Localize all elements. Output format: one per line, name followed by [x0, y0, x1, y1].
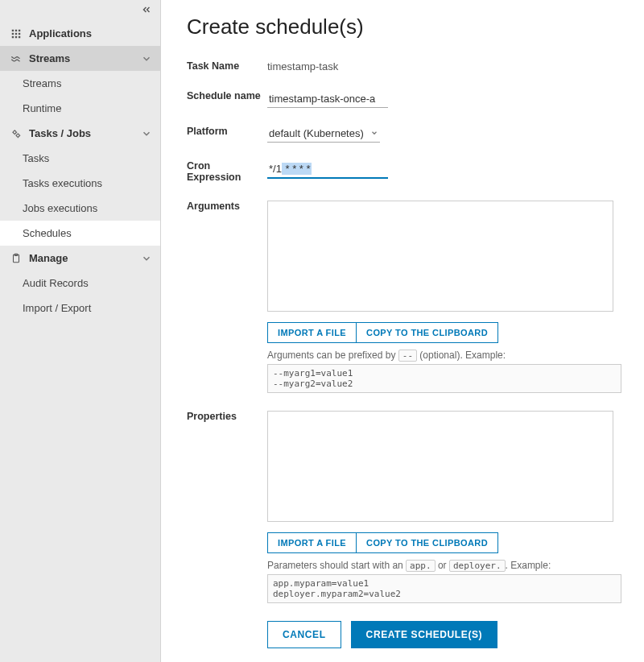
chevron-down-icon: [141, 128, 152, 139]
schedule-name-label: Schedule name: [187, 87, 267, 101]
waves-icon: [10, 53, 23, 64]
properties-help-code2: deployer.: [449, 560, 506, 572]
properties-help-pre: Parameters should start with an: [267, 560, 406, 571]
cron-text-selected: * * * *: [282, 163, 312, 175]
svg-rect-7: [15, 35, 17, 37]
properties-example: app.myparam=value1 deployer.myparam2=val…: [267, 574, 621, 603]
sidebar-sub-audit-records[interactable]: Audit Records: [0, 271, 160, 296]
properties-label: Properties: [187, 408, 267, 422]
svg-rect-8: [19, 35, 20, 37]
sidebar-item-manage[interactable]: Manage: [0, 246, 160, 271]
svg-rect-3: [12, 32, 14, 34]
arguments-textarea[interactable]: [267, 201, 613, 312]
svg-rect-5: [19, 32, 20, 34]
sidebar-sub-schedules[interactable]: Schedules: [0, 221, 160, 246]
arguments-helper: Arguments can be prefixed by -- (optiona…: [267, 350, 621, 393]
sidebar-sub-tasks-executions[interactable]: Tasks executions: [0, 171, 160, 196]
svg-point-9: [14, 130, 17, 134]
svg-rect-2: [19, 29, 20, 31]
sidebar-item-applications[interactable]: Applications: [0, 21, 160, 46]
svg-rect-0: [12, 29, 14, 31]
task-name-value: timestamp-task: [267, 57, 621, 72]
sidebar: Applications Streams Streams Runtime Tas…: [0, 0, 161, 662]
chevron-down-icon: [370, 127, 378, 139]
sidebar-item-label: Applications: [29, 27, 92, 39]
properties-helper: Parameters should start with an app. or …: [267, 560, 621, 603]
arguments-help-post: (optional). Example:: [417, 350, 506, 361]
sidebar-item-streams[interactable]: Streams: [0, 46, 160, 71]
arguments-import-button[interactable]: IMPORT A FILE: [267, 322, 357, 343]
main-content: Create schedule(s) Task Name timestamp-t…: [161, 0, 644, 662]
sidebar-sub-import-export[interactable]: Import / Export: [0, 296, 160, 321]
sidebar-sub-streams[interactable]: Streams: [0, 71, 160, 96]
chevron-down-icon: [141, 53, 152, 64]
platform-label: Platform: [187, 122, 267, 137]
sidebar-collapse-button[interactable]: [0, 0, 160, 21]
platform-select-value: default (Kubernetes): [269, 127, 364, 139]
properties-help-mid: or: [436, 560, 449, 571]
cron-expression-input[interactable]: */1 * * * *: [267, 160, 388, 179]
properties-help-code1: app.: [406, 560, 436, 572]
arguments-copy-button[interactable]: COPY TO THE CLIPBOARD: [357, 322, 498, 343]
arguments-label: Arguments: [187, 197, 267, 212]
clipboard-icon: [10, 253, 23, 264]
grid-icon: [10, 28, 23, 39]
sidebar-sub-tasks[interactable]: Tasks: [0, 146, 160, 171]
svg-rect-1: [15, 29, 17, 31]
svg-rect-6: [12, 35, 14, 37]
properties-help-post: . Example:: [506, 560, 551, 571]
cron-label: Cron Expression: [187, 157, 267, 183]
arguments-help-pre: Arguments can be prefixed by: [267, 350, 398, 361]
sidebar-sub-runtime[interactable]: Runtime: [0, 96, 160, 121]
arguments-example: --myarg1=value1 --myarg2=value2: [267, 364, 621, 393]
double-chevron-left-icon: [141, 4, 152, 18]
properties-textarea[interactable]: [267, 411, 613, 522]
sidebar-item-label: Streams: [29, 52, 70, 64]
task-name-label: Task Name: [187, 57, 267, 72]
cron-text-prefix: */1: [269, 163, 282, 175]
svg-rect-4: [15, 32, 17, 34]
properties-import-button[interactable]: IMPORT A FILE: [267, 532, 357, 553]
page-title: Create schedule(s): [187, 14, 621, 39]
properties-copy-button[interactable]: COPY TO THE CLIPBOARD: [357, 532, 498, 553]
sidebar-item-tasks-jobs[interactable]: Tasks / Jobs: [0, 121, 160, 146]
arguments-help-code: --: [398, 350, 417, 362]
svg-point-10: [17, 134, 19, 137]
schedule-name-input[interactable]: [267, 90, 388, 108]
sidebar-item-label: Tasks / Jobs: [29, 127, 91, 139]
sidebar-sub-jobs-executions[interactable]: Jobs executions: [0, 196, 160, 221]
sidebar-item-label: Manage: [29, 252, 68, 264]
create-schedule-button[interactable]: CREATE SCHEDULE(S): [351, 621, 498, 648]
cancel-button[interactable]: CANCEL: [267, 621, 341, 648]
gears-icon: [10, 128, 23, 139]
chevron-down-icon: [141, 253, 152, 264]
platform-select[interactable]: default (Kubernetes): [267, 126, 380, 143]
